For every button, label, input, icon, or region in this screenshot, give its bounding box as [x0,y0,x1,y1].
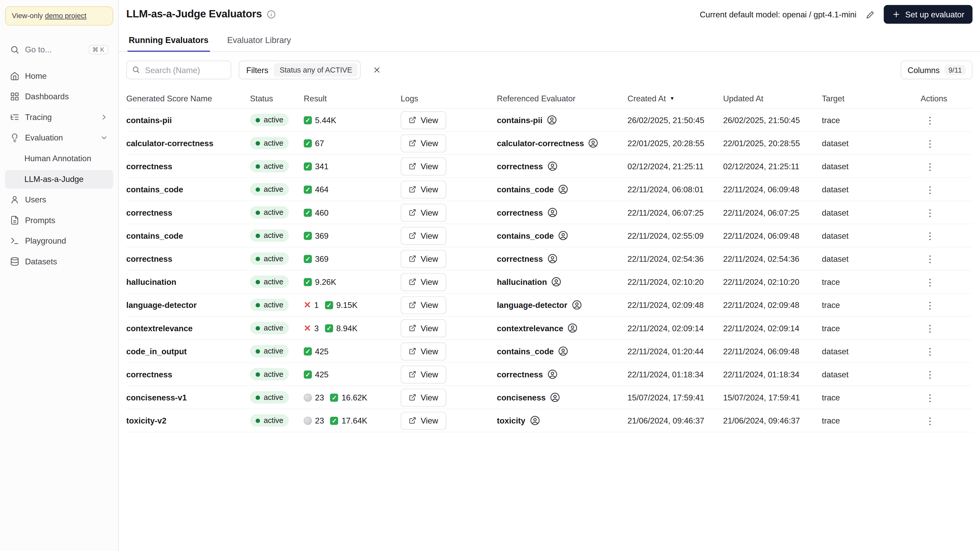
app-window: View-only demo project Go to... ⌘ K Home… [0,0,980,551]
check-icon: ✓ [304,278,312,286]
view-only-label: View-only [12,12,43,19]
view-logs-label: View [420,231,438,240]
search-input[interactable] [126,60,231,79]
sidebar-item-home[interactable]: Home [5,67,113,86]
result-value: 8.94K [336,324,358,333]
result-badge-success: ✓9.26K [304,277,336,286]
filters-button[interactable]: Filters Status any of ACTIVE [239,60,361,79]
clear-filters-button[interactable] [368,61,386,79]
row-actions-button[interactable]: ⋮ [922,297,938,313]
row-actions-button[interactable]: ⋮ [922,112,938,128]
referenced-evaluator-name: conciseness [497,393,546,402]
home-icon [10,71,19,81]
external-link-icon [409,394,416,401]
row-actions-button[interactable]: ⋮ [922,320,938,336]
result-badge-success: ✓341 [304,162,329,171]
view-logs-button[interactable]: View [401,273,446,291]
tab-running-evaluators[interactable]: Running Evaluators [127,30,210,52]
target: dataset [822,162,921,171]
sidebar-item-prompts[interactable]: Prompts [5,211,113,230]
sidebar-item-tracing[interactable]: Tracing [5,108,113,127]
user-circle-icon [547,254,557,264]
sidebar-item-datasets[interactable]: Datasets [5,252,113,271]
result-cell: ✓369 [304,231,401,240]
status-label: active [264,301,283,310]
sidebar: View-only demo project Go to... ⌘ K Home… [0,0,119,551]
row-actions-button[interactable]: ⋮ [922,251,938,267]
view-logs-button[interactable]: View [401,203,446,222]
view-logs-button[interactable]: View [401,134,446,152]
page-header: LLM-as-a-Judge Evaluators Current defaul… [126,5,972,24]
referenced-evaluator-name: hallucination [497,277,547,286]
row-actions-button[interactable]: ⋮ [922,274,938,290]
view-logs-button[interactable]: View [401,411,446,429]
database-icon [10,257,19,267]
view-logs-button[interactable]: View [401,157,446,175]
row-actions-button[interactable]: ⋮ [922,366,938,383]
status-badge: active [250,391,289,404]
status-dot-icon [256,118,260,122]
row-actions-button[interactable]: ⋮ [922,227,938,244]
row-actions-button[interactable]: ⋮ [922,412,938,429]
status-badge: active [250,114,289,126]
columns-button[interactable]: Columns 9/11 [900,60,972,79]
setup-evaluator-button[interactable]: Set up evaluator [884,5,973,24]
view-logs-button[interactable]: View [401,365,446,383]
target: trace [822,416,921,425]
kebab-icon: ⋮ [925,231,935,240]
edit-default-model-button[interactable] [863,7,878,22]
status-dot-icon [256,257,260,261]
sidebar-item-dashboards[interactable]: Dashboards [5,87,113,106]
result-value: 460 [315,208,328,217]
view-logs-button[interactable]: View [401,180,446,198]
status-label: active [264,139,283,148]
view-logs-button[interactable]: View [401,342,446,360]
status-dot-icon [256,419,260,423]
row-actions-button[interactable]: ⋮ [922,343,938,359]
check-icon: ✓ [330,416,338,424]
target: trace [822,277,921,286]
external-link-icon [409,162,416,170]
row-actions-button[interactable]: ⋮ [922,181,938,197]
view-logs-button[interactable]: View [401,249,446,268]
result-value: 23 [315,393,324,402]
sidebar-item-evaluation[interactable]: Evaluation [5,129,113,147]
page-title: LLM-as-a-Judge Evaluators [126,8,262,21]
result-value: 3 [314,324,319,333]
referenced-evaluator-name: correctness [497,208,543,217]
referenced-evaluator-name: contextrelevance [497,324,563,333]
column-header-created-at[interactable]: Created At ▼ [627,94,723,103]
view-logs-button[interactable]: View [401,388,446,407]
row-actions-button[interactable]: ⋮ [922,389,938,406]
result-value: 341 [315,162,328,171]
view-logs-button[interactable]: View [401,227,446,245]
view-logs-button[interactable]: View [401,319,446,337]
view-logs-button[interactable]: View [401,111,446,129]
goto-command-palette[interactable]: Go to... ⌘ K [5,41,113,59]
status-dot-icon [256,164,260,168]
row-actions-button[interactable]: ⋮ [922,135,938,151]
status-label: active [264,254,283,263]
demo-project-link[interactable]: demo project [45,12,86,19]
row-actions-button[interactable]: ⋮ [922,204,938,221]
sidebar-item-users[interactable]: Users [5,191,113,209]
sidebar-item-playground[interactable]: Playground [5,232,113,250]
row-actions-button[interactable]: ⋮ [922,158,938,175]
updated-at: 22/11/2024, 06:09:48 [723,231,822,240]
user-icon [10,195,19,205]
x-icon: ✕ [304,324,311,332]
check-icon: ✓ [304,185,312,193]
referenced-evaluator-name: correctness [497,370,543,379]
table-row: code_in_output active ✓425 View contains… [126,340,972,363]
status-dot-icon [256,349,260,354]
tab-evaluator-library[interactable]: Evaluator Library [226,30,293,52]
kebab-icon: ⋮ [925,254,935,263]
view-logs-button[interactable]: View [401,296,446,314]
kebab-icon: ⋮ [925,162,935,171]
terminal-icon [10,237,19,246]
sidebar-item-human-annotation[interactable]: Human Annotation [5,149,113,168]
generated-score-name: contains-pii [126,115,250,125]
info-icon [267,10,275,19]
sidebar-item-llm-as-a-judge[interactable]: LLM-as-a-Judge [5,170,113,189]
status-badge: active [250,345,289,357]
